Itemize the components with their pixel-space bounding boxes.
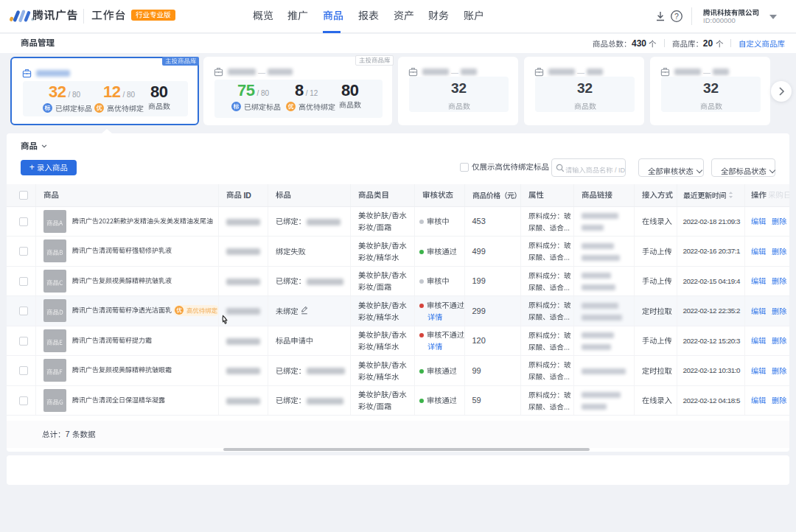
svg-text:?: ?: [674, 12, 679, 21]
